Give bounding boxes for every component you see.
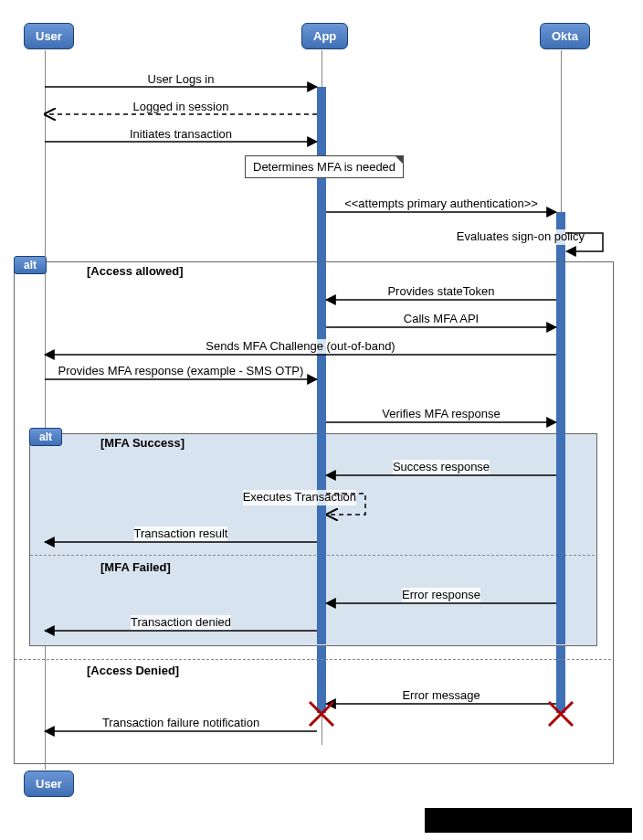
msg-verify-mfa: Verifies MFA response: [326, 407, 556, 422]
msg-logged-in-session: Logged in session: [45, 100, 317, 115]
note-mfa-needed: Determines MFA is needed: [245, 155, 404, 178]
actor-app-top: App: [301, 23, 348, 49]
msg-user-logs-in: User Logs in: [45, 72, 317, 88]
msg-state-token: Provides stateToken: [326, 284, 556, 300]
sequence-diagram: alt [Access allowed] [Access Denied] alt…: [0, 0, 643, 840]
actor-user-bottom: User: [24, 771, 74, 797]
outer-alt-tag: alt: [14, 256, 47, 274]
msg-executes-txn: Executes Transaction: [192, 490, 356, 505]
msg-error-message: Error message: [326, 688, 556, 704]
activation-okta-overlay: [556, 433, 565, 644]
outer-divider: [15, 659, 611, 660]
msg-error-response: Error response: [326, 588, 556, 603]
msg-mfa-response: Provides MFA response (example - SMS OTP…: [45, 364, 317, 379]
msg-eval-policy: Evaluates sign-on policy: [402, 229, 585, 245]
actor-user-top: User: [24, 23, 74, 49]
inner-divider: [30, 555, 595, 556]
outer-guard-2: [Access Denied]: [87, 664, 179, 677]
msg-success-response: Success response: [326, 460, 556, 475]
msg-txn-fail-notif: Transaction failure notification: [45, 716, 317, 731]
msg-sends-mfa-challenge: Sends MFA Challenge (out-of-band): [45, 339, 556, 355]
outer-guard-1: [Access allowed]: [87, 264, 184, 278]
activation-app-overlay: [317, 433, 326, 644]
actor-okta-top: Okta: [540, 23, 590, 49]
msg-calls-mfa-api: Calls MFA API: [326, 312, 556, 327]
inner-guard-1: [MFA Success]: [100, 436, 184, 450]
msg-primary-authn: <<attempts primary authentication>>: [326, 197, 556, 212]
msg-txn-result: Transaction result: [45, 526, 317, 542]
msg-txn-denied: Transaction denied: [45, 615, 317, 631]
inner-alt-tag: alt: [29, 428, 62, 446]
inner-guard-2: [MFA Failed]: [100, 560, 171, 574]
msg-initiates-txn: Initiates transaction: [45, 127, 317, 143]
redacted-footer: [425, 808, 632, 833]
